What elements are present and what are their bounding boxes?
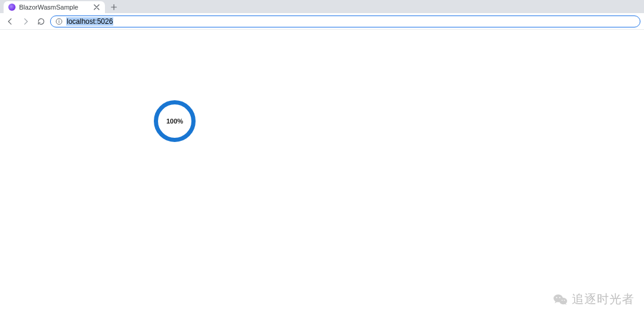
browser-chrome: BlazorWasmSample localhost:5026 [0, 0, 644, 30]
site-info-icon[interactable] [55, 18, 63, 25]
new-tab-button[interactable] [107, 1, 120, 13]
close-tab-icon[interactable] [93, 4, 100, 11]
page-content: 100% 追逐时光者 [0, 30, 644, 318]
watermark: 追逐时光者 [553, 291, 634, 307]
url-text[interactable]: localhost:5026 [66, 17, 635, 26]
svg-point-7 [562, 300, 563, 301]
forward-button[interactable] [19, 15, 32, 28]
browser-tab[interactable]: BlazorWasmSample [4, 1, 105, 13]
wechat-icon [553, 293, 568, 306]
reload-button[interactable] [35, 15, 48, 28]
tab-title: BlazorWasmSample [19, 4, 89, 11]
svg-point-2 [58, 20, 59, 20]
blazor-favicon-icon [8, 4, 16, 11]
watermark-text: 追逐时光者 [572, 291, 634, 307]
address-bar[interactable]: localhost:5026 [50, 16, 640, 27]
tab-bar: BlazorWasmSample [0, 0, 644, 13]
svg-point-4 [559, 298, 567, 304]
loading-indicator: 100% [154, 100, 196, 142]
svg-point-6 [559, 297, 561, 298]
svg-point-8 [564, 300, 565, 301]
browser-toolbar: localhost:5026 [0, 13, 644, 30]
svg-point-5 [556, 297, 557, 298]
back-button[interactable] [4, 15, 17, 28]
loading-percent: 100% [166, 118, 183, 125]
svg-rect-1 [58, 21, 59, 23]
